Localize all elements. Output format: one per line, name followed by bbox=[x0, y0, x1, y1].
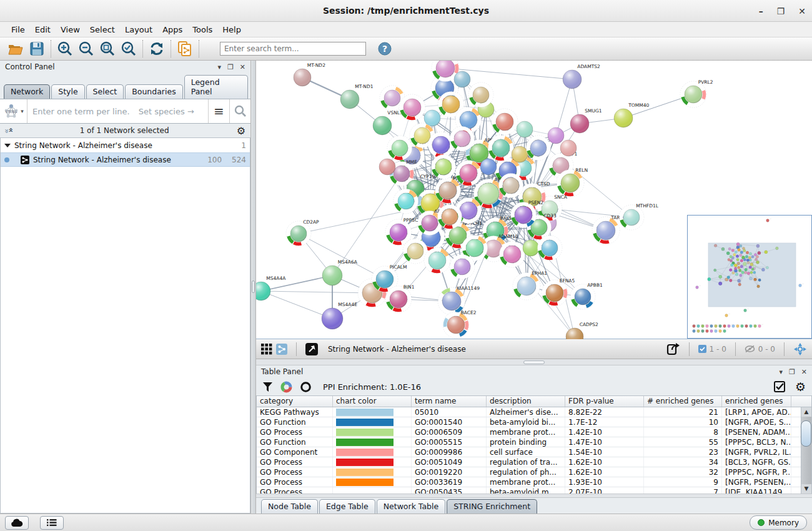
chart-donut-icon[interactable] bbox=[280, 381, 292, 393]
tab-legend-panel[interactable]: Legend Panel bbox=[184, 75, 248, 99]
table-panel-menu-icon[interactable]: ▾ bbox=[779, 368, 783, 376]
refresh-icon[interactable] bbox=[146, 39, 167, 58]
table-panel-splitter[interactable] bbox=[256, 359, 812, 365]
table-panel-float-icon[interactable]: ❐ bbox=[789, 368, 795, 376]
pan-compass-icon[interactable] bbox=[793, 342, 807, 356]
cell-chart-color bbox=[333, 447, 412, 457]
export-network-icon[interactable] bbox=[666, 342, 680, 356]
memory-button[interactable]: Memory bbox=[750, 515, 807, 530]
network-canvas[interactable]: MT-ND2MT-ND1VSNL1GAB2ADAMTS2SMUG1TOMM40P… bbox=[256, 61, 812, 339]
panel-float-icon[interactable]: ❐ bbox=[227, 63, 234, 71]
maximize-button[interactable]: ❐ bbox=[777, 6, 785, 16]
zoom-in-icon[interactable] bbox=[54, 39, 76, 58]
scrollbar-thumb[interactable] bbox=[801, 420, 811, 447]
zoom-out-icon[interactable] bbox=[76, 39, 97, 58]
panel-close-icon[interactable]: ✕ bbox=[240, 63, 245, 71]
cell-term-name: GO:0050435 bbox=[412, 487, 487, 494]
table-settings-gear-icon[interactable]: ⚙ bbox=[795, 380, 806, 394]
cell-term-name: 05010 bbox=[412, 407, 487, 417]
splitter-handle[interactable] bbox=[523, 360, 545, 364]
panel-divider[interactable] bbox=[251, 61, 256, 514]
column-header-category[interactable]: category bbox=[257, 396, 333, 407]
column-header-enrichedgenes[interactable]: enriched genes bbox=[722, 396, 791, 407]
task-history-button[interactable] bbox=[40, 516, 64, 530]
table-row[interactable]: GO ProcessGO:0051049regulation of tra...… bbox=[257, 457, 811, 467]
svg-text:SMUG1: SMUG1 bbox=[585, 108, 602, 114]
menu-tools[interactable]: Tools bbox=[187, 23, 217, 36]
menu-file[interactable]: File bbox=[6, 23, 30, 36]
string-term-input[interactable]: Enter one term per line. Set species → bbox=[27, 107, 208, 116]
string-options-icon[interactable]: ≡ bbox=[208, 99, 229, 123]
cell-fdr: 1.47E-10 bbox=[565, 437, 644, 447]
table-panel-close-icon[interactable]: ✕ bbox=[801, 368, 807, 376]
close-button[interactable]: ✕ bbox=[798, 6, 806, 16]
tab-style[interactable]: Style bbox=[51, 84, 84, 99]
help-icon[interactable]: ? bbox=[377, 41, 392, 56]
menu-edit[interactable]: Edit bbox=[30, 23, 56, 36]
svg-text:PPP5C: PPP5C bbox=[404, 217, 418, 223]
tab-node-table[interactable]: Node Table bbox=[261, 499, 318, 514]
string-panel-icon[interactable] bbox=[276, 344, 287, 355]
collection-expander-icon[interactable] bbox=[4, 144, 11, 147]
zoom-fit-icon[interactable] bbox=[97, 39, 118, 58]
save-session-icon[interactable] bbox=[26, 39, 47, 58]
birdseye-overview[interactable] bbox=[687, 215, 812, 339]
network-row[interactable]: String Network - Alzheimer's disease 100… bbox=[1, 152, 250, 167]
column-header-chartcolor[interactable]: chart color bbox=[333, 396, 412, 407]
collection-row[interactable]: String Network - Alzheimer's disease 1 bbox=[1, 138, 250, 152]
chart-color-swatch bbox=[336, 449, 394, 456]
svg-text:MS4A4A: MS4A4A bbox=[266, 275, 286, 281]
network-options-gear-icon[interactable]: ⚙ bbox=[237, 125, 245, 137]
scroll-down-icon[interactable]: ▼ bbox=[805, 484, 809, 494]
column-header-description[interactable]: description bbox=[487, 396, 565, 407]
grid-view-icon[interactable] bbox=[261, 344, 272, 355]
expand-all-icon[interactable]: » bbox=[6, 129, 15, 132]
minimize-button[interactable]: – bbox=[759, 6, 763, 16]
table-row[interactable]: KEGG Pathways05010Alzheimer's dise...8.8… bbox=[257, 407, 811, 417]
open-in-window-icon[interactable] bbox=[305, 343, 318, 355]
table-row[interactable]: GO ComponentGO:0009986cell surface1.54E-… bbox=[257, 447, 811, 457]
menu-help[interactable]: Help bbox=[217, 23, 246, 36]
table-scrollbar[interactable]: ▲ ▼ bbox=[801, 407, 811, 494]
select-columns-icon[interactable] bbox=[774, 381, 785, 392]
panel-menu-icon[interactable]: ▾ bbox=[217, 63, 221, 71]
string-search-icon[interactable] bbox=[229, 99, 250, 123]
tab-network-table[interactable]: Network Table bbox=[377, 499, 446, 514]
cell-category: GO Process bbox=[257, 477, 333, 487]
cell-chart-color bbox=[333, 427, 412, 437]
table-row[interactable]: GO ProcessGO:0019220regulation of ph...1… bbox=[257, 467, 811, 477]
menu-layout[interactable]: Layout bbox=[120, 23, 157, 36]
menu-view[interactable]: View bbox=[56, 23, 85, 36]
table-row[interactable]: GO ProcessGO:0050435beta-amyloid m...2.0… bbox=[257, 487, 811, 494]
table-row[interactable]: GO FunctionGO:0005515protein binding1.47… bbox=[257, 437, 811, 447]
scroll-up-icon[interactable]: ▲ bbox=[805, 407, 809, 417]
cloud-tasks-button[interactable] bbox=[5, 516, 29, 530]
cell-genes: [NGFR, PVRL2, IL... bbox=[722, 447, 791, 457]
cell-gene-count: 8 bbox=[644, 427, 722, 437]
column-header-enrichedgenes[interactable]: # enriched genes bbox=[644, 396, 722, 407]
string-logo-icon[interactable]: STRING ▾ bbox=[0, 99, 27, 123]
tab-string-enrichment[interactable]: STRING Enrichment bbox=[447, 499, 537, 514]
copy-network-icon[interactable] bbox=[174, 39, 196, 58]
svg-text:BACE2: BACE2 bbox=[461, 310, 477, 315]
menu-select[interactable]: Select bbox=[85, 23, 120, 36]
table-row[interactable]: GO ProcessGO:0006509membrane prot...1.42… bbox=[257, 427, 811, 437]
open-session-icon[interactable] bbox=[5, 39, 26, 58]
column-header-termname[interactable]: term name bbox=[412, 396, 487, 407]
table-row[interactable]: GO ProcessGO:0033619membrane prot...1.93… bbox=[257, 477, 811, 487]
cell-fdr: 1.93E-10 bbox=[565, 477, 644, 487]
table-row[interactable]: GO FunctionGO:0001540beta-amyloid bi...1… bbox=[257, 417, 811, 427]
tab-network[interactable]: Network bbox=[4, 84, 50, 99]
ring-icon[interactable] bbox=[300, 381, 312, 393]
cell-fdr: 1.42E-10 bbox=[565, 427, 644, 437]
column-header-FDRp-value[interactable]: FDR p-value bbox=[565, 396, 644, 407]
tab-select[interactable]: Select bbox=[86, 84, 124, 99]
search-input[interactable] bbox=[220, 42, 366, 56]
zoom-selected-icon[interactable] bbox=[118, 39, 139, 58]
filter-icon[interactable] bbox=[262, 382, 273, 392]
tab-boundaries[interactable]: Boundaries bbox=[125, 84, 182, 99]
tab-edge-table[interactable]: Edge Table bbox=[319, 499, 375, 514]
panel-divider-handle[interactable] bbox=[252, 280, 255, 293]
main-toolbar: ? bbox=[0, 37, 812, 61]
menu-apps[interactable]: Apps bbox=[157, 23, 187, 36]
